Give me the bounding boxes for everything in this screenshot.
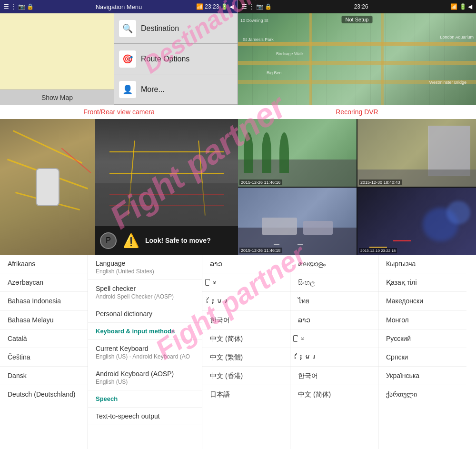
nav-right-icons: 📶 23:23 🔋 ◀ <box>196 3 234 10</box>
language-title: Language <box>96 259 194 267</box>
lang-bahasa-melayu[interactable]: Bahasa Melayu <box>0 311 88 329</box>
lang-georgian[interactable]: ქართული <box>378 385 466 404</box>
lang-kyrgyz[interactable]: Кыргызча <box>378 255 466 273</box>
lang-macedonian[interactable]: Македонски <box>378 292 466 310</box>
more-label: More... <box>141 85 165 94</box>
rear-view-image <box>95 119 238 226</box>
lang-list-mid: ລາວ မြ ខ្មែរ 한국어 中文 (简体) 中文 (繁體) 中文 (香港)… <box>202 255 290 449</box>
nav-title: Navigation Menu <box>96 3 142 10</box>
warning-icon: ⚠️ <box>121 231 140 250</box>
route-options-button[interactable]: 🎯 Route Options <box>114 44 238 74</box>
not-setup-label: Not Setup <box>342 16 373 23</box>
dvr-timestamp-3: 2015-12-26 11:46:18 <box>239 248 282 253</box>
lang-deutsch[interactable]: Deutsch (Deutschland) <box>0 385 88 404</box>
safe-move-text: Look! Safe to move? <box>145 237 211 244</box>
dvr-thumb-2: 2015-12-30 18:40:43 <box>357 119 476 187</box>
lang-list-right: Кыргызча Қазақ тілі Македонски Монгол Ру… <box>378 255 466 449</box>
dvr-right-icons: 📶 🔋 ◀ <box>450 3 472 10</box>
lang-mongolian[interactable]: Монгол <box>378 311 466 329</box>
lang-chinese-simplified[interactable]: 中文 (简体) <box>202 329 290 348</box>
nav-statusbar: ☰ ⋮ 📷 🔒 Navigation Menu 📶 23:23 🔋 ◀ <box>0 0 238 13</box>
tts-title: Text-to-speech output <box>96 412 194 420</box>
dvr-timestamp-4: 2015-12-10 23:22:18 <box>359 248 397 253</box>
lang-myanmar[interactable]: မြ <box>202 273 290 292</box>
lang-japanese[interactable]: 日本語 <box>202 385 290 404</box>
lang-russian[interactable]: Русский <box>378 329 466 348</box>
nav-map-area: Show Map <box>0 13 114 105</box>
dvr-thumb-4: 2015-12-10 23:22:18 <box>357 188 476 255</box>
destination-icon: 🔍 <box>119 20 136 37</box>
speech-section-title: Speech <box>96 395 194 402</box>
more-icon: 👤 <box>119 81 136 98</box>
top-section: ☰ ⋮ 📷 🔒 Navigation Menu 📶 23:23 🔋 ◀ Show… <box>0 0 476 105</box>
lang-myanmar2[interactable]: မြ <box>290 329 378 348</box>
lang-malayalam[interactable]: മലയാളം <box>290 255 378 273</box>
map-label-4: Big Ben <box>267 70 282 75</box>
destination-label: Destination <box>141 24 179 33</box>
lang-bahasa-indonesia[interactable]: Bahasa Indonesia <box>0 292 88 310</box>
camera-section: P ⚠️ Look! Safe to move? 2015-12-26 11:4… <box>0 119 476 255</box>
cam-rear-view: P ⚠️ Look! Safe to move? <box>95 119 238 255</box>
personal-dictionary-setting[interactable]: Personal dictionary <box>88 305 202 323</box>
dvr-thumbnails: 2015-12-26 11:46:16 2015-12-30 18:40:43 … <box>238 119 476 255</box>
lang-khmer[interactable]: ខ្មែរ <box>202 292 290 310</box>
dvr-time: 23:26 <box>354 3 368 10</box>
android-keyboard-title: Android Keyboard (AOSP) <box>96 370 194 378</box>
lang-chinese-simplified2[interactable]: 中文 (简体) <box>290 385 378 404</box>
keyboard-section-header: Keyboard & input methods <box>88 323 202 340</box>
map-label-2: London Aquarium <box>440 35 474 40</box>
lang-afrikaans[interactable]: Afrikaans <box>0 255 88 273</box>
dvr-left-icons: ☰ ⋮ 📷 🔒 <box>242 3 272 10</box>
lang-serbian[interactable]: Српски <box>378 348 466 367</box>
keyboard-section-title: Keyboard & input methods <box>96 328 194 335</box>
dvr-statusbar: ☰ ⋮ 📷 🔒 23:26 📶 🔋 ◀ <box>238 0 476 13</box>
cam-bird-view <box>0 119 95 255</box>
lang-thai[interactable]: ไทย <box>290 292 378 310</box>
map-label-5: Westminster Bridge <box>429 80 466 85</box>
dvr-panel: ☰ ⋮ 📷 🔒 23:26 📶 🔋 ◀ Not Setup 10 Downing… <box>238 0 476 105</box>
nav-panel: ☰ ⋮ 📷 🔒 Navigation Menu 📶 23:23 🔋 ◀ Show… <box>0 0 238 105</box>
parking-icon: P <box>100 232 117 249</box>
lang-chinese-hk[interactable]: 中文 (香港) <box>202 367 290 385</box>
show-map-label[interactable]: Show Map <box>0 90 114 105</box>
nav-left-icons: ☰ ⋮ 📷 🔒 <box>4 3 34 10</box>
lang-korean[interactable]: 한국어 <box>202 311 290 329</box>
more-button[interactable]: 👤 More... <box>114 74 238 105</box>
map-label-6: St James's Park <box>243 37 274 42</box>
lang-khmer2[interactable]: ខ្មែរ <box>290 348 378 367</box>
dvr-timestamp-1: 2015-12-26 11:46:16 <box>239 180 282 185</box>
dvr-map: Not Setup 10 Downing St London Aquarium … <box>238 13 476 105</box>
front-rear-label: Front/Rear view camera <box>0 105 238 119</box>
android-keyboard-subtitle: English (US) <box>96 379 194 385</box>
lang-korean2[interactable]: 한국어 <box>290 367 378 385</box>
map-label-3: Birdcage Walk <box>276 51 304 56</box>
language-subtitle: English (United States) <box>96 268 194 275</box>
spell-checker-title: Spell checker <box>96 285 194 292</box>
current-keyboard-subtitle: English (US) - Android Keyboard (AO <box>96 353 194 360</box>
car-bird-view <box>36 168 60 206</box>
spell-checker-setting[interactable]: Spell checker Android Spell Checker (AOS… <box>88 280 202 305</box>
lang-lao[interactable]: ລາວ <box>202 255 290 273</box>
lang-lao2[interactable]: ລາວ <box>290 311 378 329</box>
recording-label: Recoring DVR <box>238 105 476 119</box>
lang-chinese-traditional[interactable]: 中文 (繁體) <box>202 348 290 367</box>
lang-kazakh[interactable]: Қазақ тілі <box>378 273 466 292</box>
lang-sinhala[interactable]: සිංහල <box>290 273 378 292</box>
dvr-timestamp-2: 2015-12-30 18:40:43 <box>359 180 402 185</box>
lang-list-mid2: മലയാളം සිංහල ไทย ລາວ မြ ខ្មែរ 한국어 中文 (简体… <box>290 255 378 449</box>
language-setting[interactable]: Language English (United States) <box>88 255 202 280</box>
lang-azerbaijani[interactable]: Azərbaycan <box>0 273 88 292</box>
lang-catala[interactable]: Català <box>0 329 88 348</box>
camera-left: P ⚠️ Look! Safe to move? <box>0 119 238 255</box>
current-keyboard-setting[interactable]: Current Keyboard English (US) - Android … <box>88 340 202 365</box>
android-keyboard-setting[interactable]: Android Keyboard (AOSP) English (US) <box>88 365 202 390</box>
nav-menu-items: 🔍 Destination 🎯 Route Options 👤 More... <box>114 13 238 105</box>
spell-checker-subtitle: Android Spell Checker (AOSP) <box>96 293 194 300</box>
lang-ukrainian[interactable]: Українська <box>378 367 466 385</box>
lang-cestina[interactable]: Čeština <box>0 348 88 367</box>
tts-setting[interactable]: Text-to-speech output <box>88 408 202 425</box>
safe-move-bar: P ⚠️ Look! Safe to move? <box>95 226 238 255</box>
map-label-1: 10 Downing St <box>240 18 268 23</box>
lang-dansk[interactable]: Dansk <box>0 367 88 385</box>
destination-button[interactable]: 🔍 Destination <box>114 13 238 44</box>
